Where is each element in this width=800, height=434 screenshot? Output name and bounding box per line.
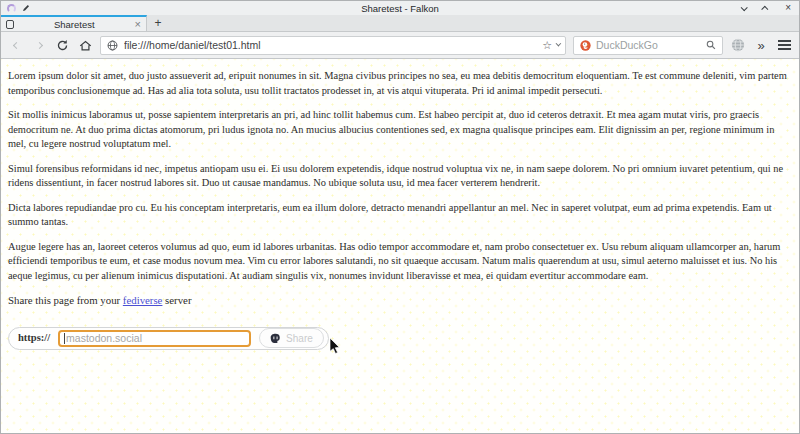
home-button[interactable]	[77, 37, 93, 53]
search-input[interactable]	[596, 39, 701, 51]
share-button-label: Share	[286, 333, 313, 344]
close-window-icon[interactable]: ×	[785, 3, 791, 13]
paragraph: Simul forensibus reformidans id nec, imp…	[8, 162, 792, 191]
browser-window: Sharetest - Falkon × Sharetest × +	[0, 0, 800, 434]
search-box[interactable]	[573, 36, 723, 55]
instance-input[interactable]: mastodon.social	[58, 330, 251, 347]
forward-button[interactable]	[31, 37, 47, 53]
page-content: Lorem ipsum dolor sit amet, duo justo as…	[1, 59, 799, 433]
tab-close-icon[interactable]: ×	[135, 19, 141, 29]
main-menu-icon[interactable]	[776, 37, 792, 53]
share-prompt-prefix: Share this page from your	[8, 294, 123, 306]
search-icon[interactable]	[706, 40, 716, 50]
maximize-icon[interactable]	[761, 5, 768, 12]
reload-icon[interactable]	[54, 37, 70, 53]
tab-sharetest[interactable]: Sharetest ×	[1, 15, 147, 31]
back-button[interactable]	[8, 37, 24, 53]
bookmark-dropdown-icon[interactable]	[556, 41, 562, 47]
page-favicon-icon	[6, 20, 14, 29]
site-globe-icon	[107, 40, 118, 51]
paragraph: Augue legere has an, laoreet ceteros vol…	[8, 240, 792, 284]
address-bar[interactable]: ☆	[100, 36, 566, 55]
titlebar: Sharetest - Falkon ×	[1, 1, 799, 15]
fediverse-link[interactable]: fediverse	[123, 294, 163, 306]
paragraph: Dicta labores repudiandae pro cu. Eu his…	[8, 201, 792, 230]
duckduckgo-logo-icon	[580, 40, 591, 51]
mouse-cursor	[329, 337, 341, 355]
instance-placeholder: mastodon.social	[66, 331, 142, 346]
share-prompt-suffix: server	[162, 294, 191, 306]
paragraph: Sit mollis inimicus laboramus ut, posse …	[8, 108, 792, 152]
share-prompt: Share this page from your fediverse serv…	[8, 293, 792, 308]
bookmark-star-icon[interactable]: ☆	[542, 40, 552, 51]
share-button[interactable]: Share	[259, 328, 324, 348]
navigation-toolbar: ☆ »	[1, 32, 799, 59]
text-caret	[64, 333, 65, 344]
tab-bar: Sharetest × +	[1, 15, 799, 32]
protocol-label: https://	[18, 331, 50, 346]
window-title: Sharetest - Falkon	[1, 3, 799, 14]
url-input[interactable]	[124, 39, 536, 51]
share-widget: https:// mastodon.social Share	[8, 327, 329, 350]
toolbar-overflow-button[interactable]: »	[753, 37, 769, 53]
new-tab-button[interactable]: +	[147, 15, 169, 31]
useragent-globe-icon[interactable]	[730, 37, 746, 53]
minimize-icon[interactable]	[741, 4, 748, 11]
mastodon-icon	[270, 333, 281, 344]
tab-title: Sharetest	[18, 19, 131, 30]
paragraph: Lorem ipsum dolor sit amet, duo justo as…	[8, 69, 792, 98]
